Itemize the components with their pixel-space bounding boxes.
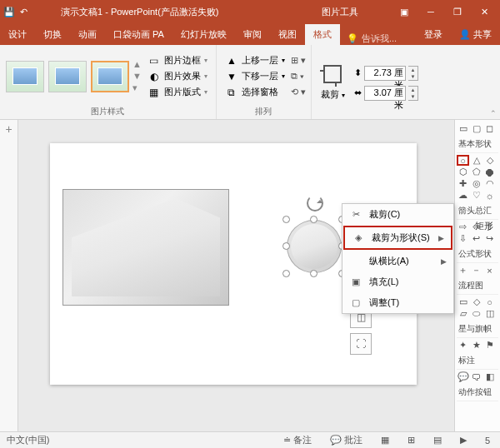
shape-arrow[interactable]: ↪ bbox=[483, 233, 496, 244]
shape-flow[interactable]: ▱ bbox=[457, 308, 469, 319]
tab-design[interactable]: 设计 bbox=[0, 24, 35, 45]
menu-fill[interactable]: ▣填充(L) bbox=[342, 271, 453, 292]
shape-rect[interactable]: ◻ bbox=[483, 123, 496, 134]
shape-hexagon[interactable]: ⬡ bbox=[457, 167, 469, 177]
tab-view[interactable]: 视图 bbox=[270, 24, 305, 45]
style-preset-3[interactable] bbox=[91, 61, 129, 92]
bring-forward-button[interactable]: ▲上移一层 ▾ bbox=[222, 53, 288, 67]
shape-heart[interactable]: ♡ bbox=[470, 190, 482, 201]
height-up[interactable]: ▲ bbox=[408, 67, 418, 73]
gallery-more-icon[interactable]: ▾ bbox=[132, 82, 142, 93]
login-button[interactable]: 登录 bbox=[416, 24, 451, 45]
share-button[interactable]: 👤共享 bbox=[451, 24, 500, 45]
width-input[interactable]: 3.07 厘米 bbox=[364, 86, 406, 101]
rotate-handle-icon[interactable] bbox=[307, 195, 323, 212]
layout-option-5[interactable]: ⛶ bbox=[350, 333, 372, 355]
shape-callout[interactable]: ◧ bbox=[483, 371, 496, 382]
shape-star[interactable]: ★ bbox=[470, 340, 482, 351]
resize-handle[interactable] bbox=[282, 270, 290, 277]
shape-flow[interactable]: ○ bbox=[483, 296, 496, 307]
resize-handle[interactable] bbox=[310, 216, 318, 223]
shape-arrow[interactable]: ↩ bbox=[470, 233, 482, 244]
shape-plus[interactable]: ＋ bbox=[457, 265, 469, 276]
shape-cross[interactable]: ✚ bbox=[457, 178, 469, 189]
shape-arrow[interactable]: ⇨ bbox=[457, 222, 469, 232]
selection-pane-button[interactable]: ⧉选择窗格 bbox=[222, 85, 288, 99]
shape-minus[interactable]: － bbox=[470, 265, 482, 276]
view-slideshow-icon[interactable]: ▶ bbox=[457, 435, 470, 446]
add-slide-icon[interactable]: + bbox=[3, 123, 15, 135]
shape-callout[interactable]: 💬 bbox=[457, 371, 469, 382]
shape-arc[interactable]: ◠ bbox=[483, 178, 496, 189]
menu-crop[interactable]: ✂裁剪(C) bbox=[342, 204, 453, 225]
shape-flow[interactable]: ◫ bbox=[483, 308, 496, 319]
image-iphone-cropped[interactable] bbox=[287, 220, 342, 273]
rotate-icon[interactable]: ⟲ ▾ bbox=[291, 87, 306, 97]
tab-pocket-anim[interactable]: 口袋动画 PA bbox=[105, 24, 172, 45]
height-input[interactable]: 2.73 厘米 bbox=[364, 66, 406, 81]
shape-callout[interactable]: 🗨 bbox=[470, 371, 482, 382]
image-iphone-large[interactable] bbox=[62, 189, 229, 306]
resize-handle[interactable] bbox=[282, 216, 290, 223]
view-sorter-icon[interactable]: ⊞ bbox=[404, 435, 418, 446]
shapes-gallery[interactable]: ▭▢◻ 基本形状 ○△◇ ⬡⬠⯃ ✚◎◠ ☁♡☼ 箭头总汇 ⇨⇦⇧ ⇩↩↪ 公式… bbox=[454, 120, 500, 431]
shape-arrow[interactable]: ⇩ bbox=[457, 233, 469, 244]
shape-diamond[interactable]: ◇ bbox=[483, 155, 496, 166]
close-button[interactable]: ✕ bbox=[472, 2, 497, 22]
shape-sun[interactable]: ☼ bbox=[483, 190, 496, 201]
save-icon[interactable]: 💾 bbox=[3, 7, 15, 17]
menu-aspect-ratio[interactable]: 纵横比(A)▶ bbox=[342, 251, 453, 271]
shape-rect[interactable]: ▭ bbox=[457, 123, 469, 134]
shape-banner[interactable]: ⚑ bbox=[483, 340, 496, 351]
picture-layout-button[interactable]: ▦图片版式 ▾ bbox=[144, 85, 211, 99]
tab-review[interactable]: 审阅 bbox=[235, 24, 270, 45]
collapse-ribbon-icon[interactable]: ⌃ bbox=[490, 109, 497, 117]
shape-pentagon[interactable]: ⬠ bbox=[470, 167, 482, 177]
gallery-up-icon[interactable]: ▲ bbox=[132, 59, 142, 69]
width-down[interactable]: ▼ bbox=[408, 93, 418, 100]
shape-flow[interactable]: ◇ bbox=[470, 296, 482, 307]
picture-border-button[interactable]: ▭图片边框 ▾ bbox=[144, 53, 211, 67]
shape-ring[interactable]: ◎ bbox=[470, 178, 482, 189]
shape-oct[interactable]: ⯃ bbox=[483, 167, 496, 177]
notes-button[interactable]: ≐ 备注 bbox=[280, 434, 315, 446]
status-language[interactable]: 中文(中国) bbox=[7, 434, 49, 446]
restore-button[interactable]: ❐ bbox=[445, 2, 470, 22]
undo-icon[interactable]: ↶ bbox=[20, 7, 28, 17]
ribbon-options-icon[interactable]: ▣ bbox=[392, 2, 417, 22]
style-preset-2[interactable] bbox=[48, 61, 87, 92]
tab-transitions[interactable]: 切换 bbox=[35, 24, 70, 45]
slide-thumbnails-pane[interactable]: + bbox=[0, 120, 18, 431]
resize-handle[interactable] bbox=[282, 242, 290, 250]
height-field[interactable]: ⬍ 2.73 厘米 ▲▼ bbox=[354, 66, 418, 81]
menu-fit[interactable]: ▢调整(T) bbox=[342, 292, 453, 313]
shape-times[interactable]: × bbox=[483, 265, 496, 276]
picture-effects-button[interactable]: ◐图片效果 ▾ bbox=[144, 69, 211, 83]
minimize-button[interactable]: ─ bbox=[418, 2, 443, 22]
view-reading-icon[interactable]: ▤ bbox=[430, 435, 445, 446]
shape-flow[interactable]: ⬭ bbox=[470, 308, 482, 319]
gallery-down-icon[interactable]: ▼ bbox=[132, 71, 142, 81]
align-icon[interactable]: ⊞ ▾ bbox=[291, 55, 306, 66]
tab-animations[interactable]: 动画 bbox=[70, 24, 105, 45]
width-field[interactable]: ⬌ 3.07 厘米 ▲▼ bbox=[354, 86, 418, 101]
shape-flow[interactable]: ▭ bbox=[457, 296, 469, 307]
shape-star[interactable]: ✦ bbox=[457, 340, 469, 351]
style-preset-1[interactable] bbox=[6, 61, 44, 92]
tab-slideshow[interactable]: 幻灯片放映 bbox=[172, 24, 235, 45]
crop-button[interactable]: 裁剪 ▾ bbox=[317, 62, 349, 103]
group-icon[interactable]: ⧉ ▾ bbox=[291, 71, 306, 82]
menu-crop-to-shape[interactable]: ◈裁剪为形状(S)▶ bbox=[343, 226, 452, 250]
shape-cloud[interactable]: ☁ bbox=[457, 190, 469, 201]
width-up[interactable]: ▲ bbox=[408, 87, 418, 93]
tab-format[interactable]: 格式 bbox=[305, 24, 340, 45]
shape-rect[interactable]: ▢ bbox=[470, 123, 482, 134]
resize-handle[interactable] bbox=[310, 270, 318, 277]
view-normal-icon[interactable]: ▦ bbox=[378, 435, 392, 446]
height-down[interactable]: ▼ bbox=[408, 73, 418, 80]
shape-ellipse[interactable]: ○ bbox=[457, 155, 469, 166]
send-backward-button[interactable]: ▼下移一层 ▾ bbox=[222, 69, 288, 83]
tell-me[interactable]: 💡告诉我... bbox=[340, 32, 403, 45]
shape-triangle[interactable]: △ bbox=[470, 155, 482, 166]
selected-image[interactable] bbox=[287, 220, 342, 273]
